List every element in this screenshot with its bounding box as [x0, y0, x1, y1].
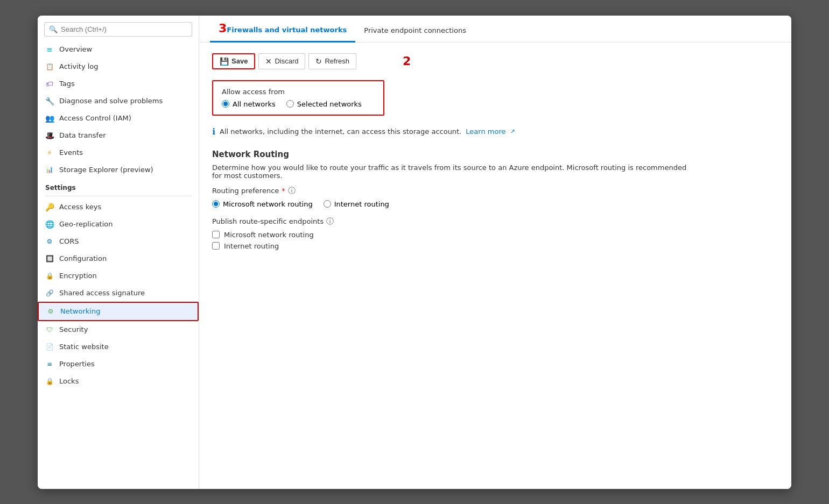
sidebar-item-label: Static website	[59, 343, 109, 351]
geo-replication-icon: 🌐	[45, 220, 54, 229]
access-keys-icon: 🔑	[45, 203, 54, 211]
pub-ms-routing-label: Microsoft network routing	[224, 231, 314, 239]
pub-ms-routing-checkbox[interactable]	[212, 231, 220, 238]
tabs-bar: 3Firewalls and virtual networks Private …	[199, 16, 791, 42]
routing-label-text: Routing preference	[212, 187, 279, 195]
sidebar-item-geo-replication[interactable]: 🌐 Geo-replication	[38, 216, 199, 233]
refresh-label: Refresh	[325, 57, 349, 65]
tab-label: Firewalls and virtual networks	[227, 26, 347, 34]
sidebar-item-shared-access[interactable]: 🔗 Shared access signature	[38, 285, 199, 302]
sidebar-item-label: Tags	[59, 80, 75, 88]
sidebar-item-label: Properties	[59, 360, 95, 368]
all-networks-option[interactable]: All networks	[222, 100, 276, 108]
save-icon: 💾	[220, 57, 229, 66]
pub-internet-routing-option[interactable]: Internet routing	[212, 242, 778, 250]
settings-nav: 🔑 Access keys 🌐 Geo-replication ⚙ CORS 🔲…	[38, 198, 199, 390]
sidebar-item-label: Overview	[59, 45, 92, 53]
sidebar-item-label: Geo-replication	[59, 220, 113, 228]
sidebar-item-static-website[interactable]: 📄 Static website	[38, 338, 199, 356]
selected-networks-label: Selected networks	[297, 100, 362, 108]
save-label: Save	[231, 57, 248, 65]
pub-internet-routing-checkbox[interactable]	[212, 242, 220, 250]
security-icon: 🛡	[45, 325, 54, 334]
sidebar-item-access-control[interactable]: 👥 Access Control (IAM)	[38, 110, 199, 127]
static-website-icon: 📄	[45, 343, 54, 351]
tab-private-endpoint[interactable]: Private endpoint connections	[355, 20, 475, 42]
settings-section-title: Settings	[38, 179, 199, 194]
networking-icon: ⚙	[46, 307, 55, 316]
sidebar-item-overview[interactable]: ≡ Overview	[38, 41, 199, 58]
sidebar-item-activity-log[interactable]: 📋 Activity log	[38, 58, 199, 75]
internet-routing-option[interactable]: Internet routing	[324, 200, 389, 208]
sidebar-item-storage-explorer[interactable]: 📊 Storage Explorer (preview)	[38, 161, 199, 179]
sidebar-item-security[interactable]: 🛡 Security	[38, 321, 199, 338]
access-heading: Allow access from	[222, 88, 375, 96]
network-routing-heading: Network Routing	[212, 150, 778, 159]
sidebar-item-access-keys[interactable]: 🔑 Access keys	[38, 198, 199, 216]
storage-explorer-icon: 📊	[45, 166, 54, 174]
sidebar-item-encryption[interactable]: 🔒 Encryption	[38, 267, 199, 285]
discard-icon: ✕	[265, 57, 272, 66]
sidebar-item-label: Configuration	[59, 254, 107, 262]
routing-preference-label: Routing preference * ⓘ	[212, 186, 778, 196]
activity-log-icon: 📋	[45, 62, 54, 71]
publish-label: Publish route-specific endpoints ⓘ	[212, 217, 778, 226]
selected-networks-option[interactable]: Selected networks	[286, 100, 362, 108]
refresh-button[interactable]: ↻ Refresh	[308, 53, 356, 69]
sidebar-item-networking[interactable]: 1 ⚙ Networking	[38, 302, 199, 321]
tab-firewalls[interactable]: 3Firewalls and virtual networks	[210, 16, 355, 42]
ms-routing-label: Microsoft network routing	[223, 200, 313, 208]
sidebar-item-tags[interactable]: 🏷 Tags	[38, 75, 199, 93]
sidebar-item-properties[interactable]: ≡ Properties	[38, 356, 199, 373]
tab-label: Private endpoint connections	[364, 26, 466, 34]
info-icon: ℹ	[212, 126, 215, 137]
routing-radio-group: Microsoft network routing Internet routi…	[212, 200, 778, 208]
required-indicator: *	[282, 187, 285, 195]
sidebar-item-events[interactable]: ⚡ Events	[38, 144, 199, 161]
sidebar-item-configuration[interactable]: 🔲 Configuration	[38, 250, 199, 267]
discard-button[interactable]: ✕ Discard	[258, 53, 305, 69]
search-input[interactable]	[61, 25, 187, 33]
access-radio-group: All networks Selected networks	[222, 100, 375, 108]
network-routing-desc: Determine how you would like to route yo…	[212, 164, 697, 180]
network-routing-section: Network Routing Determine how you would …	[212, 150, 778, 250]
main-content: 3Firewalls and virtual networks Private …	[199, 16, 791, 489]
search-icon: 🔍	[49, 25, 58, 33]
info-text: All networks, including the internet, ca…	[220, 127, 461, 136]
sidebar-item-locks[interactable]: 🔒 Locks	[38, 373, 199, 390]
shared-access-icon: 🔗	[45, 289, 54, 297]
save-button[interactable]: 💾 Save	[212, 53, 255, 69]
all-networks-radio[interactable]	[222, 100, 229, 108]
learn-more-link[interactable]: Learn more	[466, 127, 505, 136]
pub-ms-routing-option[interactable]: Microsoft network routing	[212, 231, 778, 239]
pub-internet-routing-label: Internet routing	[224, 242, 279, 250]
azure-portal-window: 🔍 ≡ Overview 📋 Activity log 🏷 Tags 🔧 Dia…	[38, 16, 791, 489]
cors-icon: ⚙	[45, 237, 54, 246]
sidebar: 🔍 ≡ Overview 📋 Activity log 🏷 Tags 🔧 Dia…	[38, 16, 199, 489]
publish-info-icon[interactable]: ⓘ	[326, 217, 334, 226]
encryption-icon: 🔒	[45, 272, 54, 280]
sidebar-item-label: Access Control (IAM)	[59, 114, 131, 122]
tags-icon: 🏷	[45, 80, 54, 88]
routing-info-icon[interactable]: ⓘ	[288, 186, 296, 196]
sidebar-item-label: CORS	[59, 237, 79, 245]
data-transfer-icon: 🎩	[45, 131, 54, 140]
selected-networks-radio[interactable]	[286, 100, 294, 108]
sidebar-item-cors[interactable]: ⚙ CORS	[38, 233, 199, 250]
all-networks-label: All networks	[233, 100, 276, 108]
sidebar-item-label: Events	[59, 148, 83, 157]
annotation-2: 2	[403, 54, 411, 68]
internet-routing-label: Internet routing	[334, 200, 389, 208]
properties-icon: ≡	[45, 360, 54, 368]
sidebar-item-label: Shared access signature	[59, 289, 145, 297]
sidebar-item-label: Diagnose and solve problems	[59, 97, 163, 105]
search-box[interactable]: 🔍	[44, 22, 192, 37]
settings-divider	[45, 196, 191, 196]
sidebar-item-label: Activity log	[59, 62, 99, 70]
ms-routing-radio[interactable]	[212, 200, 220, 208]
sidebar-item-diagnose[interactable]: 🔧 Diagnose and solve problems	[38, 93, 199, 110]
internet-routing-radio[interactable]	[324, 200, 331, 208]
sidebar-item-data-transfer[interactable]: 🎩 Data transfer	[38, 127, 199, 144]
sidebar-item-label: Encryption	[59, 272, 97, 280]
ms-routing-option[interactable]: Microsoft network routing	[212, 200, 313, 208]
